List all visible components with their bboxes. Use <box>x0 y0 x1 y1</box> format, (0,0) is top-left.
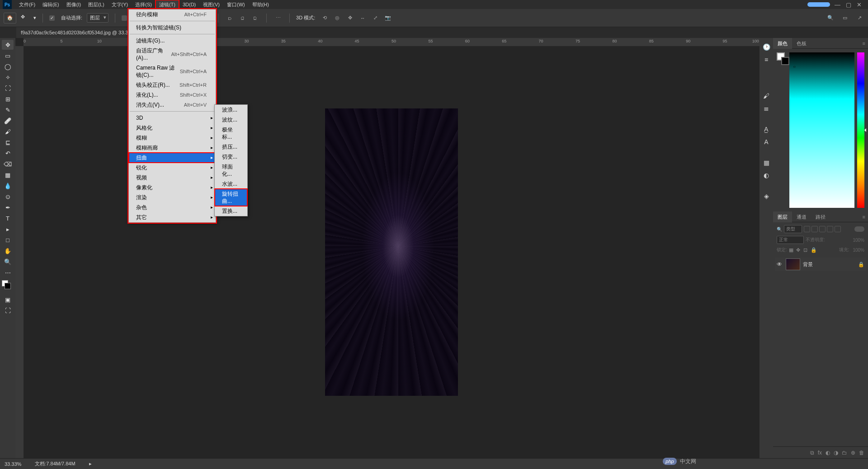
menu-window[interactable]: 窗口(W) <box>223 0 249 9</box>
menu-other[interactable]: 其它 <box>129 212 216 222</box>
menu-lens-correction[interactable]: 镜头校正(R)... Shift+Ctrl+R <box>129 80 216 90</box>
healing-brush-tool[interactable]: 🩹 <box>2 116 14 126</box>
panel-menu-icon[interactable]: ≡ <box>860 41 868 46</box>
menu-filter[interactable]: 滤镜(T) <box>156 0 179 9</box>
menu-adaptive-wide[interactable]: 自适应广角(A)... Alt+Shift+Ctrl+A <box>129 46 216 63</box>
align-center-v-icon[interactable]: ⫑ <box>237 13 247 23</box>
brushes-icon[interactable]: ≣ <box>762 104 771 113</box>
link-layers-icon[interactable]: ⧉ <box>810 450 814 456</box>
brush-settings-icon[interactable]: 🖌 <box>762 91 771 100</box>
3d-panel-icon[interactable]: ◈ <box>762 192 771 201</box>
layer-filter-type[interactable]: 类型 <box>784 225 802 233</box>
lock-all-icon[interactable]: 🔒 <box>811 247 816 253</box>
menu-vanishing-point[interactable]: 消失点(V)... Alt+Ctrl+V <box>129 100 216 110</box>
move-tool[interactable]: ✥ <box>2 40 14 50</box>
close-icon[interactable]: ✕ <box>857 1 862 8</box>
menu-select[interactable]: 选择(S) <box>132 0 156 9</box>
submenu-shear[interactable]: 切变... <box>215 152 247 162</box>
auto-select-dropdown[interactable]: 图层 <box>87 13 108 23</box>
magic-wand-tool[interactable]: ✧ <box>2 72 14 82</box>
character-panel-icon[interactable]: A̲ <box>762 125 771 134</box>
align-top-icon[interactable]: ⫐ <box>225 13 235 23</box>
3d-pan-icon[interactable]: ✥ <box>345 13 355 23</box>
blur-tool[interactable]: 💧 <box>2 181 14 191</box>
align-bottom-icon[interactable]: ⫒ <box>250 13 260 23</box>
menu-blur[interactable]: 模糊 <box>129 133 216 143</box>
share-icon[interactable]: ↗ <box>854 13 864 23</box>
edit-toolbar[interactable]: ⋯ <box>2 267 14 277</box>
rectangle-tool[interactable]: □ <box>2 235 14 245</box>
pen-tool[interactable]: ✒ <box>2 202 14 212</box>
submenu-ripple[interactable]: 波纹... <box>215 115 247 125</box>
color-swatches[interactable] <box>2 280 14 292</box>
3d-roll-icon[interactable]: ◎ <box>332 13 342 23</box>
submenu-pinch[interactable]: 挤压... <box>215 142 247 152</box>
menu-blur-gallery[interactable]: 模糊画廊 <box>129 143 216 153</box>
crop-tool[interactable]: ⛶ <box>2 83 14 93</box>
submenu-wave[interactable]: 波浪... <box>215 105 247 115</box>
menu-file[interactable]: 文件(F) <box>15 0 39 9</box>
tool-options-chevron[interactable]: ▾ <box>33 15 36 21</box>
zoom-level[interactable]: 33.33% <box>5 461 21 467</box>
menu-filter-gallery[interactable]: 滤镜库(G)... <box>129 36 216 46</box>
layer-visibility-icon[interactable]: 👁 <box>777 261 783 267</box>
layer-fx-icon[interactable]: fx <box>818 450 822 456</box>
tab-color[interactable]: 颜色 <box>773 38 792 49</box>
gradient-tool[interactable]: ▦ <box>2 170 14 180</box>
cloud-badge[interactable] <box>807 2 830 7</box>
filter-type-icon[interactable] <box>819 226 826 232</box>
submenu-displace[interactable]: 置换... <box>215 206 247 216</box>
menu-video[interactable]: 视频 <box>129 173 216 183</box>
menu-view[interactable]: 视图(V) <box>199 0 223 9</box>
history-panel-icon[interactable]: 🕑 <box>762 42 771 52</box>
background-color[interactable] <box>5 283 11 289</box>
new-layer-icon[interactable]: ⊕ <box>851 450 855 456</box>
fill-value[interactable]: 100% <box>853 248 864 253</box>
opacity-value[interactable]: 100% <box>853 238 864 243</box>
lock-artboard-icon[interactable]: ⊡ <box>803 247 809 253</box>
menu-help[interactable]: 帮助(H) <box>249 0 273 9</box>
workspace-icon[interactable]: ▭ <box>840 13 850 23</box>
menu-3d[interactable]: 3D(D) <box>179 0 199 9</box>
properties-panel-icon[interactable]: ≡ <box>762 55 771 64</box>
hue-slider[interactable] <box>857 52 864 208</box>
distribute-icon[interactable]: ⋯ <box>273 13 283 23</box>
menu-render[interactable]: 渲染 <box>129 192 216 202</box>
new-fill-icon[interactable]: ◑ <box>834 450 838 456</box>
tab-channels[interactable]: 通道 <box>792 211 811 222</box>
auto-select-checkbox[interactable] <box>49 15 55 21</box>
menu-edit[interactable]: 编辑(E) <box>39 0 63 9</box>
submenu-zigzag[interactable]: 水波... <box>215 179 247 189</box>
brush-tool[interactable]: 🖌 <box>2 127 14 136</box>
search-icon[interactable]: 🔍 <box>826 13 835 23</box>
eyedropper-tool[interactable]: ✎ <box>2 105 14 115</box>
rectangular-marquee-tool[interactable]: ▭ <box>2 51 14 61</box>
eraser-tool[interactable]: ⌫ <box>2 159 14 169</box>
layer-mask-icon[interactable]: ◐ <box>826 450 830 456</box>
frame-tool[interactable]: ⊞ <box>2 94 14 104</box>
delete-layer-icon[interactable]: 🗑 <box>859 450 864 456</box>
maximize-icon[interactable]: ▢ <box>846 1 851 8</box>
color-field[interactable] <box>789 52 854 208</box>
filter-smart-icon[interactable] <box>835 226 841 232</box>
dodge-tool[interactable]: ⊙ <box>2 192 14 202</box>
blend-mode-select[interactable]: 正常 <box>777 236 804 244</box>
menu-image[interactable]: 图像(I) <box>63 0 85 9</box>
menu-last-filter[interactable]: 径向模糊 Alt+Ctrl+F <box>129 9 216 19</box>
menu-noise[interactable]: 杂色 <box>129 202 216 212</box>
minimize-icon[interactable]: — <box>835 1 840 8</box>
menu-liquify[interactable]: 液化(L)... Shift+Ctrl+X <box>129 90 216 100</box>
submenu-twirl[interactable]: 旋转扭曲... <box>215 189 247 206</box>
home-icon[interactable]: 🏠 <box>4 13 16 23</box>
path-selection-tool[interactable]: ▸ <box>2 224 14 234</box>
menu-3d[interactable]: 3D <box>129 113 216 123</box>
filter-pixel-icon[interactable] <box>804 226 810 232</box>
menu-stylize[interactable]: 风格化 <box>129 123 216 133</box>
lock-position-icon[interactable]: ✥ <box>796 247 802 253</box>
panel-menu-icon[interactable]: ≡ <box>860 214 868 220</box>
document-size[interactable]: 文档:7.84M/7.84M <box>35 460 75 467</box>
menu-layer[interactable]: 图层(L) <box>85 0 108 9</box>
paragraph-panel-icon[interactable]: A <box>762 137 771 146</box>
menu-pixelate[interactable]: 像素化 <box>129 183 216 192</box>
screen-mode-tool[interactable]: ⛶ <box>2 305 14 315</box>
